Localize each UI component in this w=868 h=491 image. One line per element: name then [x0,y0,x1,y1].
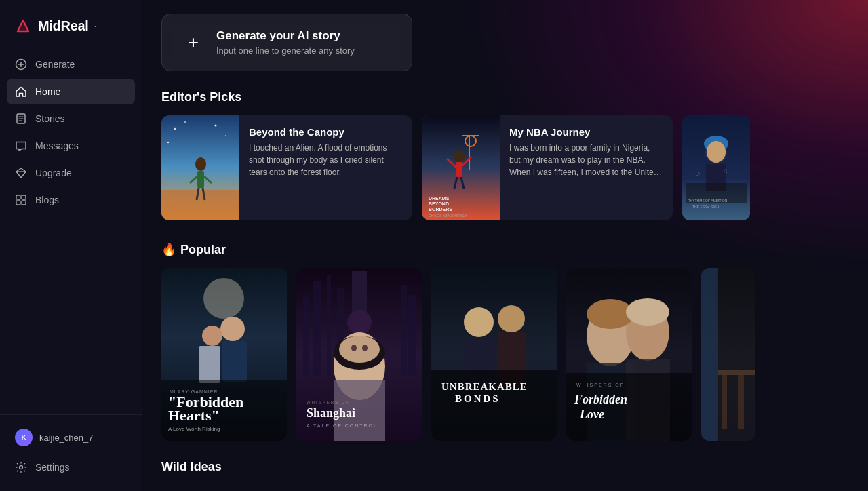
user-profile-item[interactable]: K kaijie_chen_7 [7,422,135,453]
cover-art-beyond [161,115,239,220]
username-label: kaijie_chen_7 [39,433,94,443]
sidebar-bottom: K kaijie_chen_7 Settings [0,414,142,480]
svg-point-78 [351,345,357,351]
sidebar-item-messages[interactable]: Messages [7,133,135,159]
gear-icon [15,461,27,473]
message-icon [15,140,27,152]
svg-rect-70 [408,295,416,376]
popular-row: MLARY GAMNIER "Forbidden Hearts" A Love … [161,268,849,441]
sidebar-item-blogs[interactable]: Blogs [7,187,135,213]
editors-picks-label: Editor's Picks [161,90,241,104]
story-card-shanghai[interactable]: WHISPERS OF Shanghai A TALE OF CONTROL [296,268,422,441]
story-card-neo-partial[interactable]: RHYTHMS OF AMBITION THE ESS∨ SAGA ♪ ♫ [682,115,750,220]
svg-rect-88 [431,370,557,441]
svg-point-57 [202,326,222,346]
story-card-beyond-canopy[interactable]: Beyond the Canopy I touched an Alien. A … [161,115,412,220]
cover-art-partial [701,268,755,441]
nav-menu: Generate Home Stories [0,52,142,408]
svg-point-15 [20,466,23,469]
story-card-whispers-forbidden[interactable]: WHISPERS OF Forbidden Love [566,268,692,441]
sidebar-item-label: Messages [35,140,79,151]
svg-rect-17 [161,190,239,220]
svg-point-97 [626,298,669,326]
svg-text:A Love Worth Risking: A Love Worth Risking [168,426,220,432]
svg-rect-56 [222,341,247,382]
svg-text:RHYTHMS OF AMBITION: RHYTHMS OF AMBITION [688,199,728,203]
svg-rect-58 [199,346,220,383]
svg-text:BONDS: BONDS [455,393,500,404]
svg-rect-34 [456,162,462,177]
svg-point-77 [339,336,380,363]
sidebar-item-label: Upgrade [35,168,72,178]
svg-point-28 [167,142,169,143]
editors-picks-header: Editor's Picks [161,90,849,104]
svg-rect-69 [401,285,407,376]
svg-rect-107 [738,375,744,429]
grid-icon [15,194,27,206]
home-icon [15,85,27,98]
svg-rect-106 [722,375,727,429]
story-card-partial[interactable] [701,268,755,441]
svg-text:UNBREAKABLE: UNBREAKABLE [441,381,528,392]
svg-text:WHISPERS OF: WHISPERS OF [307,400,350,404]
svg-rect-11 [16,195,20,199]
generate-story-card[interactable]: + Generate your AI story Input one line … [161,14,412,71]
sidebar-item-settings[interactable]: Settings [7,454,135,480]
cover-art-whispers-forbidden: WHISPERS OF Forbidden Love [566,268,692,441]
plus-icon: + [181,31,205,55]
wild-ideas-header: Wild Ideas [161,460,849,474]
sidebar-item-label: Settings [35,462,70,473]
svg-rect-104 [701,268,715,441]
story-info-nba: My NBA Journey I was born into a poor fa… [500,115,673,220]
cover-art-nba: DREAMS BEYOND BORDERS CHIKE'S NBA JOURNE… [422,115,500,220]
story-card-nba[interactable]: DREAMS BEYOND BORDERS CHIKE'S NBA JOURNE… [422,115,673,220]
svg-rect-65 [303,295,309,376]
sidebar-item-label: Home [35,86,60,97]
svg-point-54 [203,278,244,319]
sidebar-item-home[interactable]: Home [7,79,135,104]
svg-text:CHIKE'S NBA JOURNEY: CHIKE'S NBA JOURNEY [429,214,467,218]
cover-nba: DREAMS BEYOND BORDERS CHIKE'S NBA JOURNE… [422,115,500,220]
svg-text:BORDERS: BORDERS [429,207,452,212]
book-icon [15,113,27,125]
svg-point-84 [464,307,494,337]
story-card-forbidden-hearts[interactable]: MLARY GAMNIER "Forbidden Hearts" A Love … [161,268,287,441]
svg-rect-12 [22,195,26,199]
svg-marker-1 [18,20,28,31]
svg-point-79 [362,345,368,351]
generate-subtitle: Input one line to generate any story [216,45,355,56]
svg-point-86 [498,305,525,332]
svg-text:THE ESS∨ SAGA: THE ESS∨ SAGA [692,205,720,209]
svg-text:BEYOND: BEYOND [429,201,449,206]
svg-point-25 [184,121,186,123]
generate-text-block: Generate your AI story Input one line to… [216,29,355,56]
story-card-unbreakable[interactable]: UNBREAKABLE BONDS [431,268,557,441]
sidebar-item-upgrade[interactable]: Upgrade [7,160,135,186]
svg-rect-66 [313,281,321,376]
sidebar-item-generate[interactable]: Generate [7,52,135,77]
svg-marker-9 [16,168,26,178]
story-description: I was born into a poor family in Nigeria… [509,142,663,178]
svg-rect-13 [16,201,20,205]
editors-picks-row: Beyond the Canopy I touched an Alien. A … [161,115,849,220]
story-info-beyond: Beyond the Canopy I touched an Alien. A … [239,115,412,220]
popular-label: Popular [180,243,226,257]
svg-point-26 [215,125,217,127]
diamond-icon [15,167,27,179]
cover-art-shanghai: WHISPERS OF Shanghai A TALE OF CONTROL [296,268,422,441]
logo-area: MidReal· [0,11,142,52]
svg-text:♫: ♫ [723,167,728,174]
avatar: K [15,429,33,446]
sidebar-item-stories[interactable]: Stories [7,106,135,132]
cover-art-neo: RHYTHMS OF AMBITION THE ESS∨ SAGA ♪ ♫ [682,115,750,220]
svg-point-72 [347,310,372,334]
svg-point-55 [220,317,245,341]
cover-art-unbreakable: UNBREAKABLE BONDS [431,268,557,441]
cover-art-forbidden: MLARY GAMNIER "Forbidden Hearts" A Love … [161,268,287,441]
svg-rect-67 [327,275,331,376]
sidebar: MidReal· Generate Home [0,0,142,491]
plus-circle-icon [15,58,27,71]
generate-title: Generate your AI story [216,29,355,43]
popular-emoji: 🔥 [161,242,176,257]
svg-point-27 [225,135,226,136]
